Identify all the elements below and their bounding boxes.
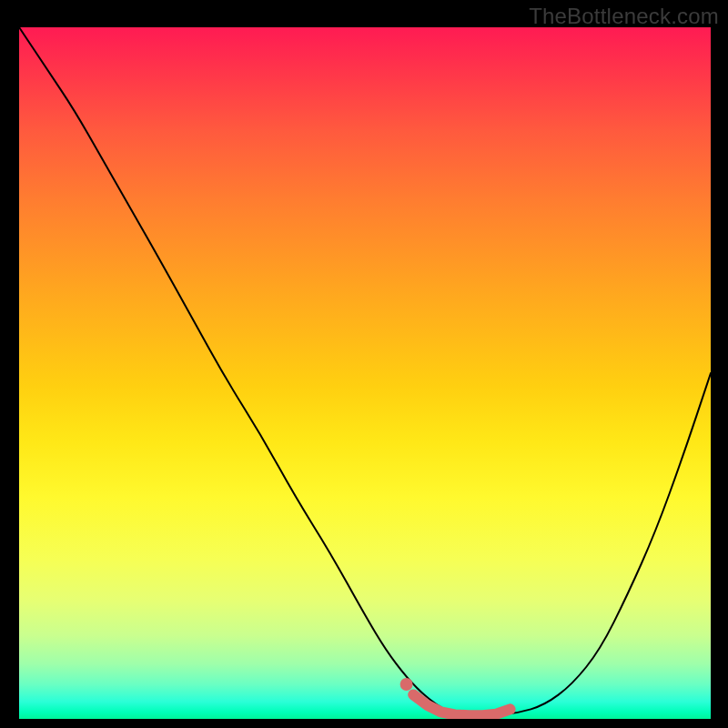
plot-area bbox=[19, 27, 711, 719]
curve-line bbox=[19, 27, 711, 715]
highlight-dot bbox=[400, 678, 413, 691]
chart-overlay bbox=[19, 27, 711, 719]
chart-stage: TheBottleneck.com bbox=[0, 0, 728, 728]
watermark-text: TheBottleneck.com bbox=[529, 4, 719, 29]
